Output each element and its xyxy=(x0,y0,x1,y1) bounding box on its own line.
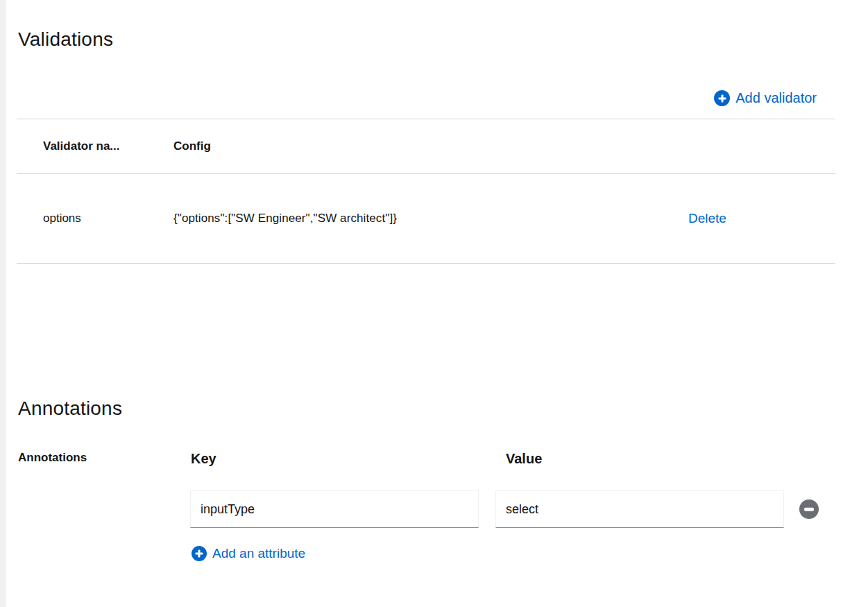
remove-attribute-button minus-circle-icon[interactable] xyxy=(799,499,819,519)
column-header-validator-name: Validator na... xyxy=(43,139,173,153)
plus-circle-icon xyxy=(714,90,730,106)
validator-config-cell: {"options":["SW Engineer","SW architect"… xyxy=(173,212,688,225)
add-attribute-label: Add an attribute xyxy=(212,546,305,561)
annotations-section-title: Annotations xyxy=(18,397,122,420)
validations-section-title: Validations xyxy=(18,28,113,51)
key-column-header: Key xyxy=(191,451,216,467)
validator-name-cell: options xyxy=(43,212,173,225)
table-row: options {"options":["SW Engineer","SW ar… xyxy=(17,174,835,264)
annotations-group-label: Annotations xyxy=(18,451,87,465)
add-validator-button[interactable]: Add validator xyxy=(714,90,817,106)
plus-circle-icon xyxy=(192,546,207,561)
add-validator-label: Add validator xyxy=(735,90,817,106)
add-attribute-button[interactable]: Add an attribute xyxy=(192,546,305,561)
delete-validator-button[interactable]: Delete xyxy=(688,211,726,226)
value-column-header: Value xyxy=(506,451,542,467)
validators-table-header-row: Validator na... Config xyxy=(17,119,835,174)
annotation-value-input[interactable] xyxy=(495,490,784,528)
column-header-config: Config xyxy=(173,139,688,153)
page-left-gutter xyxy=(0,0,6,607)
validators-table: Validator na... Config options {"options… xyxy=(17,119,835,264)
annotation-key-input[interactable] xyxy=(190,490,479,528)
